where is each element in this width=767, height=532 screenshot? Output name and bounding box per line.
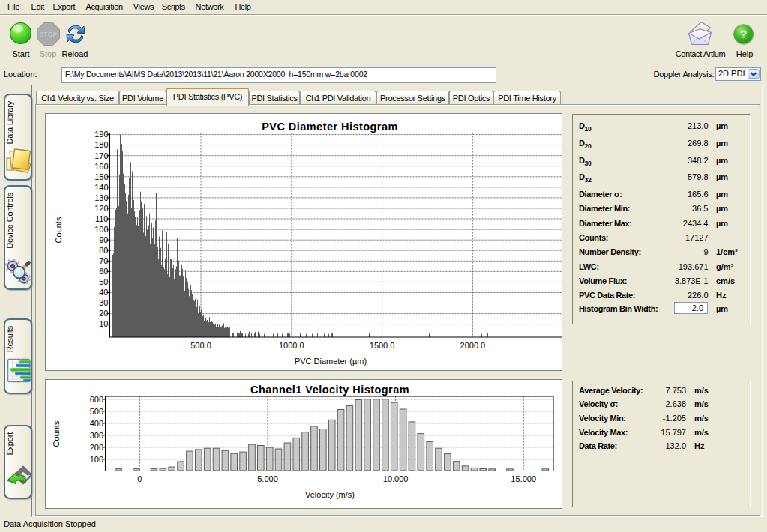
svg-text:100: 100: [90, 455, 103, 464]
svg-text:10.000: 10.000: [383, 474, 409, 483]
svg-text:160: 160: [94, 162, 108, 171]
svg-text:300: 300: [90, 431, 103, 440]
svg-text:Channel1 Velocity Histogram: Channel1 Velocity Histogram: [250, 384, 409, 396]
svg-text:40: 40: [99, 288, 108, 297]
svg-text:STOP: STOP: [39, 31, 57, 38]
svg-text:0: 0: [137, 474, 142, 483]
svg-text:150: 150: [94, 172, 108, 181]
svg-text:2000.0: 2000.0: [460, 341, 486, 350]
svg-text:170: 170: [94, 151, 108, 160]
svg-text:30: 30: [99, 298, 108, 307]
svg-text:140: 140: [94, 183, 108, 192]
svg-text:190: 190: [94, 130, 108, 139]
svg-text:50: 50: [99, 277, 108, 286]
svg-text:5.000: 5.000: [257, 474, 278, 483]
svg-text:110: 110: [95, 214, 109, 223]
svg-text:?: ?: [740, 28, 747, 40]
svg-text:500: 500: [90, 407, 103, 416]
svg-text:Counts: Counts: [52, 420, 61, 447]
svg-text:15.000: 15.000: [511, 474, 536, 483]
svg-text:1000.0: 1000.0: [279, 341, 304, 350]
svg-text:500.0: 500.0: [190, 341, 211, 350]
svg-text:180: 180: [94, 140, 108, 149]
svg-text:PVC Diameter (µm): PVC Diameter (µm): [295, 357, 367, 366]
svg-text:600: 600: [90, 395, 103, 404]
svg-text:Counts: Counts: [54, 217, 63, 243]
svg-text:400: 400: [90, 419, 103, 428]
svg-text:60: 60: [99, 267, 108, 276]
svg-text:130: 130: [94, 193, 108, 202]
svg-text:PVC Diameter Histogram: PVC Diameter Histogram: [262, 121, 398, 133]
svg-text:70: 70: [99, 256, 108, 265]
svg-text:200: 200: [90, 443, 103, 452]
svg-text:90: 90: [99, 235, 108, 244]
svg-text:10: 10: [99, 319, 108, 328]
svg-text:Velocity (m/s): Velocity (m/s): [305, 490, 355, 499]
svg-text:120: 120: [94, 204, 108, 213]
svg-text:100: 100: [94, 225, 108, 234]
svg-text:80: 80: [99, 246, 108, 255]
svg-text:20: 20: [99, 309, 108, 318]
svg-text:1500.0: 1500.0: [370, 341, 395, 350]
